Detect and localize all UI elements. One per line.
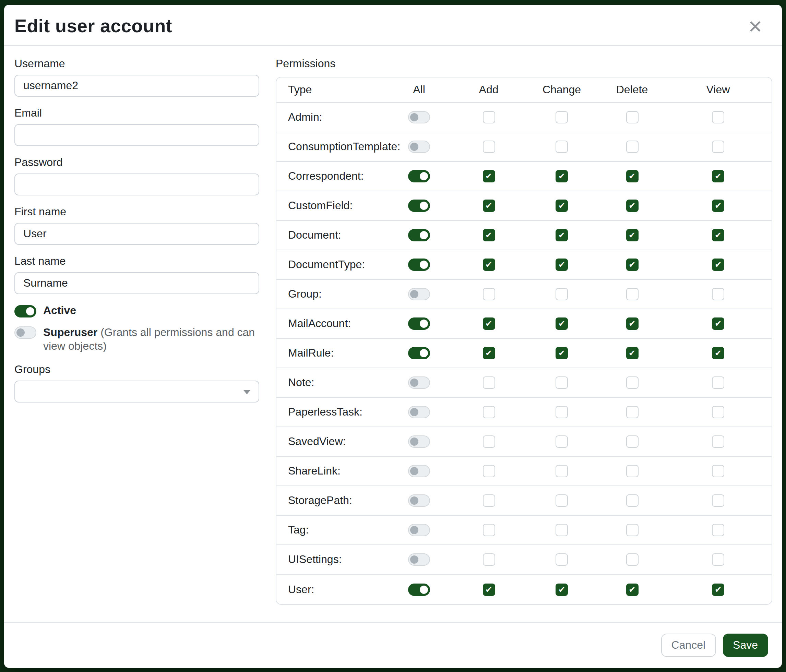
permission-change-checkbox[interactable] <box>556 259 568 271</box>
permission-all-toggle[interactable] <box>408 259 430 271</box>
permission-all-toggle[interactable] <box>408 288 430 300</box>
permission-all-toggle[interactable] <box>408 495 430 507</box>
permission-view-checkbox[interactable] <box>712 111 724 123</box>
permission-all-toggle[interactable] <box>408 377 430 389</box>
permission-change-checkbox[interactable] <box>556 229 568 241</box>
permission-delete-checkbox[interactable] <box>626 435 638 448</box>
permission-add-checkbox[interactable] <box>483 141 495 153</box>
permission-delete-checkbox[interactable] <box>626 141 638 153</box>
permission-change-checkbox[interactable] <box>556 377 568 389</box>
permission-add-checkbox[interactable] <box>483 524 495 536</box>
permission-view-checkbox[interactable] <box>712 141 724 153</box>
permission-delete-checkbox[interactable] <box>626 259 638 271</box>
permission-all-toggle[interactable] <box>408 553 430 566</box>
close-icon[interactable]: ✕ <box>745 16 766 37</box>
permission-delete-checkbox[interactable] <box>626 111 638 123</box>
permission-delete-checkbox[interactable] <box>626 406 638 418</box>
permission-add-checkbox[interactable] <box>483 377 495 389</box>
permission-all-toggle[interactable] <box>408 583 430 595</box>
permission-view-checkbox[interactable] <box>712 199 724 212</box>
permission-all-toggle[interactable] <box>408 317 430 330</box>
permission-change-checkbox[interactable] <box>556 317 568 330</box>
permission-view-checkbox[interactable] <box>712 347 724 359</box>
active-toggle[interactable] <box>14 305 36 317</box>
permission-change-checkbox[interactable] <box>556 583 568 595</box>
permission-delete-checkbox[interactable] <box>626 170 638 182</box>
permission-add-checkbox[interactable] <box>483 170 495 182</box>
permission-view-checkbox[interactable] <box>712 170 724 182</box>
permission-delete-checkbox[interactable] <box>626 199 638 212</box>
permission-all-toggle[interactable] <box>408 465 430 477</box>
permission-all-toggle[interactable] <box>408 229 430 241</box>
permission-view-checkbox[interactable] <box>712 406 724 418</box>
permission-view-checkbox[interactable] <box>712 317 724 330</box>
permission-change-checkbox[interactable] <box>556 111 568 123</box>
permission-add-checkbox[interactable] <box>483 435 495 448</box>
permission-change-checkbox[interactable] <box>556 199 568 212</box>
permission-view-checkbox[interactable] <box>712 524 724 536</box>
permission-change-checkbox[interactable] <box>556 347 568 359</box>
permission-all-toggle[interactable] <box>408 199 430 212</box>
permission-all-toggle[interactable] <box>408 435 430 448</box>
permission-add-checkbox[interactable] <box>483 317 495 330</box>
permission-all-toggle[interactable] <box>408 347 430 359</box>
permission-view-checkbox[interactable] <box>712 435 724 448</box>
permission-change-checkbox[interactable] <box>556 524 568 536</box>
permission-delete-checkbox[interactable] <box>626 288 638 300</box>
permission-add-checkbox[interactable] <box>483 111 495 123</box>
table-row: User: <box>277 575 772 604</box>
permission-delete-checkbox[interactable] <box>626 553 638 566</box>
permission-delete-checkbox[interactable] <box>626 465 638 477</box>
permission-delete-checkbox[interactable] <box>626 229 638 241</box>
permission-add-checkbox[interactable] <box>483 406 495 418</box>
permission-view-checkbox[interactable] <box>712 377 724 389</box>
permission-delete-checkbox[interactable] <box>626 377 638 389</box>
permission-add-checkbox[interactable] <box>483 259 495 271</box>
permission-change-checkbox[interactable] <box>556 435 568 448</box>
permission-view-checkbox[interactable] <box>712 288 724 300</box>
permission-all-toggle[interactable] <box>408 406 430 418</box>
permission-add-checkbox[interactable] <box>483 229 495 241</box>
permission-add-checkbox[interactable] <box>483 288 495 300</box>
permission-add-checkbox[interactable] <box>483 347 495 359</box>
permission-change-checkbox[interactable] <box>556 553 568 566</box>
permission-change-checkbox[interactable] <box>556 465 568 477</box>
permission-view-checkbox[interactable] <box>712 465 724 477</box>
permission-change-checkbox[interactable] <box>556 406 568 418</box>
save-button[interactable]: Save <box>723 634 768 657</box>
permission-delete-checkbox[interactable] <box>626 583 638 595</box>
permission-view-checkbox[interactable] <box>712 583 724 595</box>
groups-select[interactable] <box>14 381 259 402</box>
permission-change-checkbox[interactable] <box>556 495 568 507</box>
permission-delete-checkbox[interactable] <box>626 347 638 359</box>
permission-delete-checkbox[interactable] <box>626 524 638 536</box>
permission-view-checkbox[interactable] <box>712 229 724 241</box>
email-field[interactable] <box>14 124 259 146</box>
permission-add-checkbox[interactable] <box>483 465 495 477</box>
permission-delete-checkbox[interactable] <box>626 317 638 330</box>
permission-all-toggle[interactable] <box>408 524 430 536</box>
superuser-toggle[interactable] <box>14 327 36 339</box>
password-field[interactable] <box>14 173 259 195</box>
permission-add-checkbox[interactable] <box>483 583 495 595</box>
permission-add-checkbox[interactable] <box>483 199 495 212</box>
permission-change-checkbox[interactable] <box>556 170 568 182</box>
permission-add-checkbox[interactable] <box>483 553 495 566</box>
permission-change-checkbox[interactable] <box>556 288 568 300</box>
toggle-knob <box>410 438 418 446</box>
first-name-input[interactable] <box>14 223 259 245</box>
permission-all-toggle[interactable] <box>408 170 430 182</box>
permission-view-checkbox[interactable] <box>712 495 724 507</box>
username-input[interactable] <box>14 75 259 97</box>
permission-add-checkbox[interactable] <box>483 495 495 507</box>
permission-view-checkbox[interactable] <box>712 553 724 566</box>
permission-all-toggle[interactable] <box>408 141 430 153</box>
permission-change-checkbox[interactable] <box>556 141 568 153</box>
permission-delete-checkbox[interactable] <box>626 495 638 507</box>
cancel-button[interactable]: Cancel <box>661 634 716 657</box>
permission-all-toggle[interactable] <box>408 111 430 123</box>
toggle-knob <box>420 202 428 210</box>
permission-view-checkbox[interactable] <box>712 259 724 271</box>
permissions-table: Type All Add Change Delete View Admin: C… <box>276 77 772 605</box>
last-name-input[interactable] <box>14 272 259 294</box>
